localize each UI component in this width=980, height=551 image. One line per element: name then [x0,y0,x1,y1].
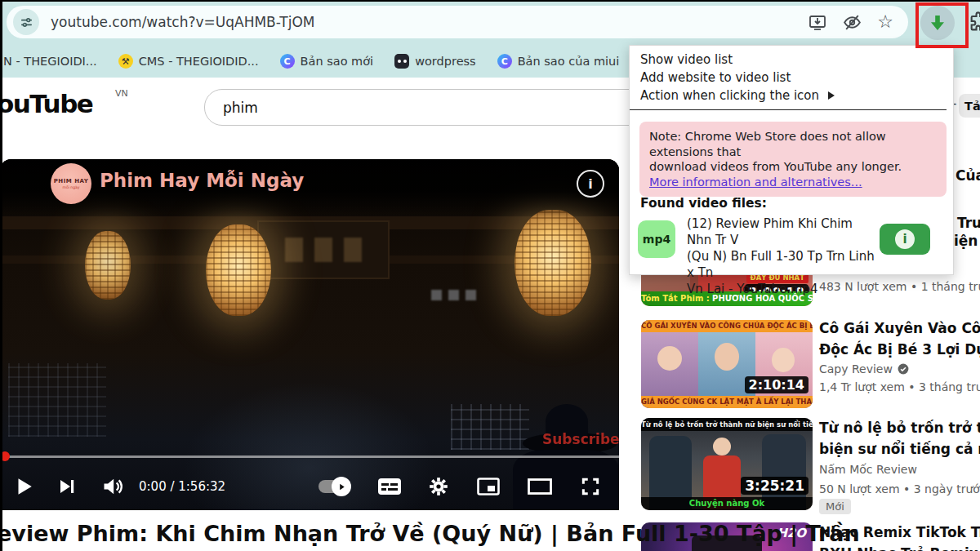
bookmark-wordpress[interactable]: wordpress [394,54,476,69]
mp4-badge: mp4 [638,220,675,258]
eye-hidden-icon[interactable] [842,12,862,33]
thumb-top-caption: Từ nô lệ bỏ trốn trở thành nữ biện sư nổ… [641,418,813,431]
bookmark-ban-sao-moi[interactable]: C Bản sao mới [280,54,374,69]
browser-toolbar: youtube.com/watch?v=UqAHMB-TjOM [0,0,980,45]
channel-name: Capy Review [819,362,893,375]
theater-mode-button[interactable] [528,478,552,495]
thumb-bottom-caption: Chuyện nàng Ok [641,497,813,510]
url-text[interactable]: youtube.com/watch?v=UqAHMB-TjOM [51,14,808,30]
tune-icon [20,16,33,29]
file-name-line: (12) Review Phim Khi Chim Nhn Tr V [687,216,880,248]
time-display: 0:00 / 1:56:32 [139,479,225,494]
player-channel-title[interactable]: Phim Hay Mỗi Ngày [100,170,304,191]
extensions-puzzle-icon[interactable] [968,11,980,33]
menu-item-label: Add website to video list [640,70,791,85]
info-icon[interactable]: i [577,170,604,198]
lantern [85,231,131,300]
note-line-2: download videos from YouTube any longer. [649,159,937,175]
canva-favicon-icon: C [497,54,512,69]
related-video-2-title-line1[interactable]: Cô Gái Xuyên Vào Công Ch [819,318,980,339]
youtube-country-badge: VN [115,88,128,99]
verified-badge-icon [898,363,909,375]
new-badge: Mới [819,499,851,514]
canva-favicon-icon: C [280,54,295,69]
file-info-button[interactable]: i [880,224,930,255]
found-files-heading: Found video files: [640,196,767,211]
player-top-gradient [0,159,619,218]
bookmark-label: wordpress [415,55,476,68]
faint-glyphs [431,290,476,300]
play-button[interactable] [13,476,34,497]
bookmark-label: Bản sao của miui [518,55,620,68]
note-line-1: Note: Chrome Web Store does not allow ex… [649,129,937,159]
bookmark-ban-sao-cua-miui[interactable]: C Bản sao của miui [497,54,620,69]
related-video-3-title-line1[interactable]: Từ nô lệ bỏ trốn trở thành n [819,418,980,438]
info-icon: i [895,229,915,249]
autoplay-toggle[interactable] [318,480,350,493]
lantern [514,210,591,316]
miniplayer-button[interactable] [477,478,500,495]
bookmark-cms-thegioidid[interactable]: ⚒ CMS - THEGIOIDID... [118,54,259,69]
menu-action-when-clicking[interactable]: Action when clicking the icon [630,87,953,104]
face [715,343,739,371]
settings-button[interactable] [428,476,449,497]
video1-title-fragment-1: Tru [957,215,980,231]
search-value: phim [223,100,258,116]
face [657,346,682,371]
bookmark-thegioidi[interactable]: N - THEGIOIDI... [3,55,97,68]
progress-bar[interactable] [0,455,619,458]
video1-title-fragment-2: iện [954,233,978,249]
avatar-subtext: mỗi ngày [63,185,80,189]
related-video-2-channel[interactable]: Capy Review [819,362,909,375]
avatar-text: PHIM HAY [54,178,89,184]
next-button[interactable] [57,477,77,496]
bookmark-label: N - THEGIOIDI... [3,55,97,68]
bookmark-star-icon[interactable]: ☆ [877,13,893,31]
screenshot-top-edge [0,0,980,2]
related-video-3-channel[interactable]: Nấm Mốc Review [819,463,917,476]
related-video-2-meta: 1,4 Tr lượt xem • 3 tháng trước [819,380,980,393]
install-download-icon[interactable] [808,12,827,32]
channel-avatar[interactable]: PHIM HAY mỗi ngày [51,163,91,204]
related-video-3-thumbnail[interactable]: Từ nô lệ bỏ trốn trở thành nữ biện sư nổ… [641,418,813,510]
file-name-line: (Qu N) Bn Full 1-30 Tp Trn Linh x Tn [687,248,880,281]
window-lattice [451,404,529,450]
filter-chip-tat-ca[interactable]: Tả [959,94,980,118]
menu-item-label: Action when clicking the icon [640,88,819,103]
thumb-top-banner: CÔ GÁI XUYÊN VÀO CÔNG CHÚA ĐỘC ÁC BỊ BÉ … [641,320,813,332]
cms-favicon-icon: ⚒ [118,54,133,69]
related-video-2-thumbnail[interactable]: CÔ GÁI XUYÊN VÀO CÔNG CHÚA ĐỘC ÁC BỊ BÉ … [641,320,813,408]
face [772,348,795,372]
player-controls: 0:00 / 1:56:32 [0,463,619,510]
youtube-logo[interactable]: ouTube [0,89,92,118]
lantern [206,224,271,316]
temple-plaque [257,220,390,279]
popup-note-box: Note: Chrome Web Store does not allow ex… [639,122,947,197]
figure-center-head [713,438,731,455]
window-lattice [8,363,106,437]
popup-menu: Show video list Add website to video lis… [630,46,953,110]
video-duration: 3:25:21 [741,477,808,495]
more-information-link[interactable]: More information and alternatives... [649,176,862,189]
related-video-3-meta: 50 N lượt xem • 3 ngày trước [819,482,980,495]
submenu-arrow-icon [827,91,835,100]
site-settings-button[interactable] [13,9,39,35]
menu-add-website[interactable]: Add website to video list [630,69,953,87]
volume-button[interactable] [101,475,124,498]
menu-item-label: Show video list [640,52,733,67]
covered-video-title-fragment: Của [956,167,980,184]
subtitles-button[interactable] [377,478,402,495]
thumb-bottom-banner: GIẢ NGỐC CÙNG CK LẬT MẶT À LẤY LẠI THANH… [641,396,813,408]
related-video-2-title-line2[interactable]: Độc Ác Bị Bé 3 Lợi Dụng, G [819,340,980,360]
related-video-3-title-line2[interactable]: biện sư nổi tiếng cả nước [819,439,980,460]
annotation-highlight-box [915,2,969,48]
video-player[interactable]: Subscribe PHIM HAY mỗi ngày Phim Hay Mỗi… [0,159,619,510]
owl-favicon-icon [394,54,409,69]
fullscreen-button[interactable] [580,476,601,497]
address-bar[interactable]: youtube.com/watch?v=UqAHMB-TjOM [7,6,908,38]
found-file-name: (12) Review Phim Khi Chim Nhn Tr V (Qu N… [687,216,880,297]
video-duration: 2:10:14 [745,376,808,393]
menu-show-video-list[interactable]: Show video list [630,51,953,69]
extension-popup: Show video list Add website to video lis… [629,45,954,275]
watch-page-title: eview Phim: Khi Chim Nhạn Trở Về (Quý Nữ… [0,521,860,546]
